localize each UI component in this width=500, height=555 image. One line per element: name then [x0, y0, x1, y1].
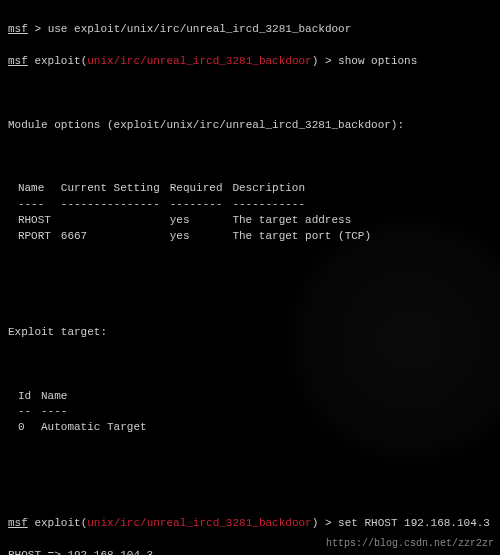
blank-line — [8, 484, 492, 500]
table-row: RPORT6667yesThe target port (TCP) — [18, 229, 381, 245]
prompt-line-set-rhost: msf exploit(unix/irc/unreal_ircd_3281_ba… — [8, 516, 492, 532]
col-required: Required — [170, 181, 233, 197]
table-divider-row: ------ — [18, 404, 157, 420]
blank-line — [8, 261, 492, 277]
module-path: unix/irc/unreal_ircd_3281_backdoor — [87, 55, 311, 67]
gt: > — [325, 55, 332, 67]
exploit-word: exploit — [34, 517, 80, 529]
options-table: NameCurrent SettingRequiredDescription -… — [18, 181, 381, 245]
table-header-row: NameCurrent SettingRequiredDescription — [18, 181, 381, 197]
msf-prompt: msf — [8, 55, 28, 67]
prompt-line-use: msf > use exploit/unix/irc/unreal_ircd_3… — [8, 22, 492, 38]
table-header-row: IdName — [18, 389, 157, 405]
col-desc: Description — [232, 181, 381, 197]
blank-line — [8, 293, 492, 309]
col-name: Name — [18, 181, 61, 197]
watermark-text: https://blog.csdn.net/zzr2zr — [326, 537, 494, 552]
cmd-set-rhost: set RHOST 192.168.104.3 — [338, 517, 490, 529]
blank-line — [8, 357, 492, 373]
module-options-header: Module options (exploit/unix/irc/unreal_… — [8, 118, 492, 134]
msf-prompt: msf — [8, 23, 28, 35]
exploit-target-header: Exploit target: — [8, 325, 492, 341]
prompt-line-show-options: msf exploit(unix/irc/unreal_ircd_3281_ba… — [8, 54, 492, 70]
blank-line — [8, 149, 492, 165]
terminal-output: msf > use exploit/unix/irc/unreal_ircd_3… — [0, 0, 500, 555]
gt: > — [34, 23, 41, 35]
cmd-use: use exploit/unix/irc/unreal_ircd_3281_ba… — [48, 23, 352, 35]
table-row: 0Automatic Target — [18, 420, 157, 436]
blank-line — [8, 452, 492, 468]
exploit-word: exploit — [34, 55, 80, 67]
module-path: unix/irc/unreal_ircd_3281_backdoor — [87, 517, 311, 529]
gt: > — [325, 517, 332, 529]
msf-prompt: msf — [8, 517, 28, 529]
col-current: Current Setting — [61, 181, 170, 197]
cmd-show-options: show options — [338, 55, 417, 67]
table-divider-row: -------------------------------------- — [18, 197, 381, 213]
blank-line — [8, 86, 492, 102]
table-row: RHOSTyesThe target address — [18, 213, 381, 229]
target-table: IdName ------ 0Automatic Target — [18, 389, 157, 437]
